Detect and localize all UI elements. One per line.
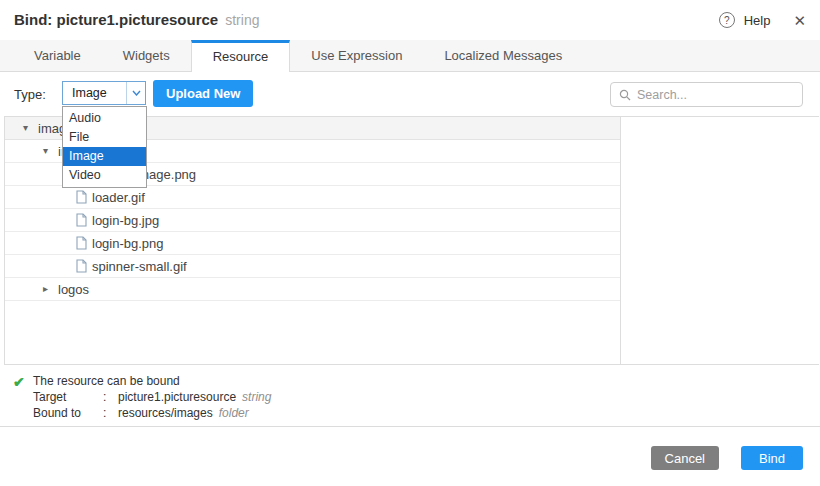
dialog-title-type-hint: string — [225, 12, 259, 28]
bind-status: ✔ The resource can be bound Target : pic… — [0, 365, 820, 427]
tree-row-label: login-bg.jpg — [92, 213, 159, 228]
status-bound-row: Bound to : resources/images folder — [33, 405, 271, 421]
tree-row-logos[interactable]: ▸ logos — [5, 278, 620, 301]
bound-to-type: folder — [219, 405, 249, 421]
status-message: The resource can be bound — [33, 373, 271, 389]
tree-row-label: logos — [58, 282, 89, 297]
tree-preview-divider — [620, 117, 621, 364]
dialog-header: Bind: picture1.picturesourcestring ? Hel… — [0, 0, 820, 40]
tree-row-file[interactable]: login-bg.jpg — [5, 209, 620, 232]
help-icon[interactable]: ? — [719, 12, 735, 28]
dropdown-option-image[interactable]: Image — [63, 147, 146, 166]
type-dropdown-menu: Audio File Image Video — [62, 106, 147, 188]
tab-resource[interactable]: Resource — [191, 40, 291, 72]
close-icon[interactable]: ✕ — [793, 13, 806, 28]
bound-to-label: Bound to — [33, 405, 103, 421]
type-select-value: Image — [63, 86, 126, 100]
cancel-button[interactable]: Cancel — [651, 446, 719, 470]
bind-button[interactable]: Bind — [741, 446, 803, 470]
dialog-footer: Cancel Bind — [0, 427, 820, 486]
tab-localized-messages[interactable]: Localized Messages — [423, 40, 583, 71]
file-icon — [76, 259, 92, 273]
upload-new-button[interactable]: Upload New — [153, 80, 253, 107]
tab-variable[interactable]: Variable — [13, 40, 102, 71]
caret-down-icon[interactable]: ▾ — [43, 146, 58, 156]
caret-right-icon[interactable]: ▸ — [43, 284, 58, 294]
target-value: picture1.picturesource — [118, 389, 236, 405]
chevron-down-icon[interactable] — [126, 82, 145, 104]
tree-row-file[interactable]: login-bg.png — [5, 232, 620, 255]
dialog-title: Bind: picture1.picturesourcestring — [14, 11, 259, 28]
help-button[interactable]: Help — [744, 13, 771, 28]
tree-row-label: login-bg.png — [92, 236, 164, 251]
tab-use-expression[interactable]: Use Expression — [290, 40, 423, 71]
tab-bar: Variable Widgets Resource Use Expression… — [0, 40, 820, 72]
dropdown-option-audio[interactable]: Audio — [63, 109, 146, 128]
search-icon — [619, 89, 631, 101]
file-icon — [76, 213, 92, 227]
tree-row-file[interactable]: loader.gif — [5, 186, 620, 209]
tab-widgets[interactable]: Widgets — [102, 40, 191, 71]
tree-row-file[interactable]: spinner-small.gif — [5, 255, 620, 278]
caret-down-icon[interactable]: ▾ — [23, 123, 38, 133]
dropdown-option-file[interactable]: File — [63, 128, 146, 147]
search-box — [610, 82, 803, 107]
dropdown-option-video[interactable]: Video — [63, 166, 146, 185]
file-icon — [76, 190, 92, 204]
target-label: Target — [33, 389, 103, 405]
tree-row-label: loader.gif — [92, 190, 145, 205]
type-label: Type: — [14, 87, 46, 102]
dialog-title-text: Bind: picture1.picturesource — [14, 11, 218, 28]
target-type: string — [242, 389, 271, 405]
search-input[interactable] — [631, 88, 804, 102]
tree-row-label: spinner-small.gif — [92, 259, 187, 274]
file-icon — [76, 236, 92, 250]
status-target-row: Target : picture1.picturesource string — [33, 389, 271, 405]
check-icon: ✔ — [13, 374, 25, 390]
type-select[interactable]: Image — [62, 81, 146, 105]
bound-to-value: resources/images — [118, 405, 213, 421]
